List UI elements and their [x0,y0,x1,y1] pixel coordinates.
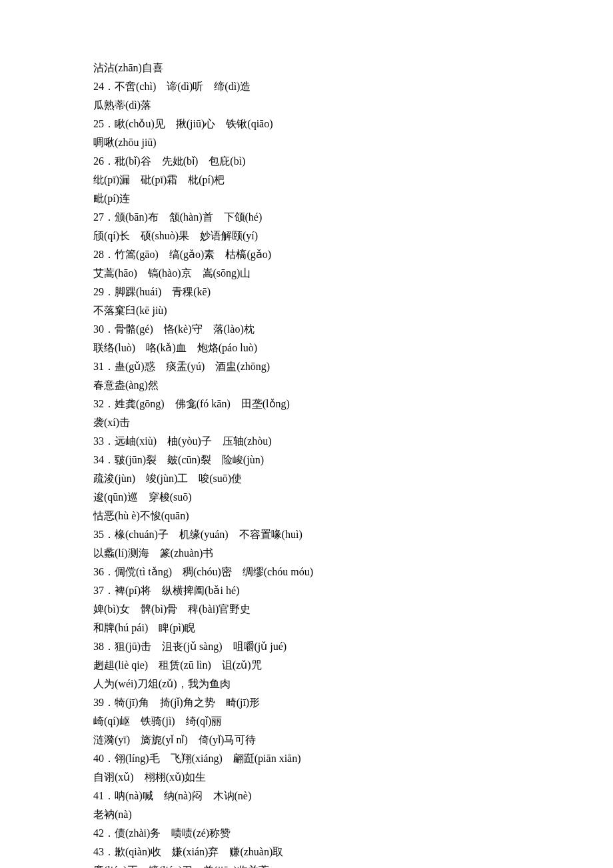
entry: 38．狙(jū)击 沮丧(jǔ sàng) 咀嚼(jǔ jué)趔趄(liè q… [93,637,520,693]
entry-line: 联络(luò) 咯(kǎ)血 炮烙(páo luò) [93,339,520,357]
entry-line: 36．倜傥(tì tǎng) 稠(chóu)密 绸缪(chóu móu) [93,563,520,581]
entry-text: 纰(pī)漏 砒(pī)霜 枇(pí)杷 [93,174,225,185]
entry-text: 呐(nà)喊 纳(nà)闷 木讷(nè) [115,790,251,801]
entry: 40．翎(líng)毛 飞翔(xiáng) 翩跹(piān xiān)自诩(xǔ… [93,749,520,787]
entry-text: 蛊(gǔ)惑 痰盂(yú) 酒盅(zhōng) [115,361,270,372]
entry-line: 和牌(hú pái) 睥(pì)睨 [93,619,520,637]
entry-line: 自诩(xǔ) 栩栩(xǔ)如生 [93,768,520,787]
entry-line: 瓜熟蒂(dì)落 [93,96,520,115]
entry-text: 毗(pí)连 [93,193,130,204]
entry-line: 29．脚踝(huái) 青稞(kē) [93,283,520,301]
entry-text: 不啻(chì) 谛(dì)听 缔(dì)造 [115,81,251,92]
entry-line: 疏浚(jùn) 竣(jùn)工 唆(suō)使 [93,469,520,488]
entry-line: 怙恶(hù è)不悛(quān) [93,507,520,525]
entry-line: 逡(qūn)巡 穿梭(suō) [93,488,520,507]
entry-text: 自诩(xǔ) 栩栩(xǔ)如生 [93,771,206,783]
document-content: 沾沾(zhān)自喜24．不啻(chì) 谛(dì)听 缔(dì)造瓜熟蒂(dì… [93,59,520,868]
entry-text: 脚踝(huái) 青稞(kē) [115,286,211,297]
entry: 26．秕(bǐ)谷 先妣(bǐ) 包庇(bì)纰(pī)漏 砒(pī)霜 枇(p… [93,152,520,208]
entry-line: 28．竹篙(gāo) 缟(gǎo)素 枯槁(gǎo) [93,245,520,264]
entry-text: 不落窠臼(kē jiù) [93,305,167,316]
entry-text: 沾沾(zhān)自喜 [93,62,163,73]
entry-text: 债(zhài)务 啧啧(zé)称赞 [115,827,231,839]
entry-text: 以蠡(lí)测海 篆(zhuàn)书 [93,547,213,559]
entry-text: 歉(qiàn)收 嫌(xián)弃 赚(zhuàn)取 [115,846,283,857]
entry-number: 42． [93,827,115,839]
entry-text: 涟漪(yī) 旖旎(yǐ nǐ) 倚(yǐ)马可待 [93,734,256,745]
entry-text: 婢(bì)女 髀(bì)骨 稗(bài)官野史 [93,603,251,615]
entry-text: 姓龚(gōng) 佛龛(fó kān) 田垄(lǒng) [115,398,290,409]
entry-text: 春意盎(àng)然 [93,379,159,391]
entry-text: 翎(líng)毛 飞翔(xiáng) 翩跹(piān xiān) [115,753,301,764]
entry-line: 崎(qí)岖 铁骑(jì) 绮(qǐ)丽 [93,712,520,731]
document-page: 沾沾(zhān)自喜24．不啻(chì) 谛(dì)听 缔(dì)造瓜熟蒂(dì… [0,0,613,868]
entry-line: 毗(pí)连 [93,189,520,208]
entry-line: 37．裨(pí)将 纵横捭阖(bǎi hé) [93,581,520,600]
entry-text: 骨骼(gé) 恪(kè)守 落(lào)枕 [115,323,255,335]
entry-text: 竹篙(gāo) 缟(gǎo)素 枯槁(gǎo) [115,249,271,260]
entry-line: 41．呐(nà)喊 纳(nà)闷 木讷(nè) [93,787,520,805]
entry-line: 啁啾(zhōu jiū) [93,133,520,152]
entry-text: 逡(qūn)巡 穿梭(suō) [93,491,192,503]
entry-line: 35．椽(chuán)子 机缘(yuán) 不容置喙(huì) [93,525,520,544]
entry-text: 联络(luò) 咯(kǎ)血 炮烙(páo luò) [93,342,257,353]
entry-number: 35． [93,529,115,540]
entry-line: 艾蒿(hāo) 镐(hào)京 嵩(sōng)山 [93,264,520,283]
entry-line: 39．犄(jī)角 掎(jǐ)角之势 畸(jī)形 [93,693,520,712]
entry-text: 趔趄(liè qie) 租赁(zū lìn) 诅(zǔ)咒 [93,659,262,671]
entry-number: 34． [93,454,115,465]
entry-text: 颀(qí)长 硕(shuò)果 妙语解颐(yí) [93,230,258,241]
entry-line: 涟漪(yī) 旖旎(yǐ nǐ) 倚(yǐ)马可待 [93,731,520,749]
entry-number: 36． [93,566,115,577]
entry-text: 崎(qí)岖 铁骑(jì) 绮(qǐ)丽 [93,715,222,727]
entry-line: 27．颁(bān)布 颔(hàn)首 下颌(hé) [93,208,520,227]
entry-line: 26．秕(bǐ)谷 先妣(bǐ) 包庇(bì) [93,152,520,171]
entry-text: 怙恶(hù è)不悛(quān) [93,510,189,521]
entry: 27．颁(bān)布 颔(hàn)首 下颌(hé)颀(qí)长 硕(shuò)果… [93,208,520,245]
entry: 29．脚踝(huái) 青稞(kē)不落窠臼(kē jiù) [93,283,520,320]
entry-line: 沾沾(zhān)自喜 [93,59,520,77]
entry: 37．裨(pí)将 纵横捭阖(bǎi hé)婢(bì)女 髀(bì)骨 稗(bà… [93,581,520,637]
entry-line: 人为(wéi)刀俎(zǔ)，我为鱼肉 [93,675,520,693]
entry-number: 28． [93,249,115,260]
entry-number: 41． [93,790,115,801]
entry-text: 裨(pí)将 纵横捭阖(bǎi hé) [115,585,239,596]
entry-text: 犄(jī)角 掎(jǐ)角之势 畸(jī)形 [115,697,260,708]
entry-line: 不落窠臼(kē jiù) [93,301,520,320]
entry-line: 纰(pī)漏 砒(pī)霜 枇(pí)杷 [93,171,520,189]
entry-text: 皲(jūn)裂 皴(cūn)裂 险峻(jùn) [115,454,264,465]
entry-text: 瞅(chǒu)见 揪(jiū)心 铁锹(qiāo) [115,118,273,129]
entry-line: 30．骨骼(gé) 恪(kè)守 落(lào)枕 [93,320,520,339]
entry-text: 和牌(hú pái) 睥(pì)睨 [93,622,195,633]
entry-number: 38． [93,641,115,652]
entry-line: 廉(lián)正 镰(lián)刀 兼(jiān)收并蓄 [93,861,520,868]
entry-number: 31． [93,361,115,372]
entry-line: 42．债(zhài)务 啧啧(zé)称赞 [93,824,520,843]
entry-line: 33．远岫(xiù) 柚(yòu)子 压轴(zhòu) [93,432,520,451]
entry: 39．犄(jī)角 掎(jǐ)角之势 畸(jī)形崎(qí)岖 铁骑(jì) 绮… [93,693,520,749]
entry: 28．竹篙(gāo) 缟(gǎo)素 枯槁(gǎo)艾蒿(hāo) 镐(hào)… [93,245,520,283]
entry-text: 颁(bān)布 颔(hàn)首 下颌(hé) [115,211,262,223]
entry: 31．蛊(gǔ)惑 痰盂(yú) 酒盅(zhōng)春意盎(àng)然 [93,357,520,395]
entry-line: 老衲(nà) [93,805,520,824]
entry: 30．骨骼(gé) 恪(kè)守 落(lào)枕联络(luò) 咯(kǎ)血 炮… [93,320,520,357]
entry-text: 艾蒿(hāo) 镐(hào)京 嵩(sōng)山 [93,267,251,279]
entry-text: 人为(wéi)刀俎(zǔ)，我为鱼肉 [93,678,231,689]
entry-number: 25． [93,118,115,129]
entry-text: 啁啾(zhōu jiū) [93,137,157,148]
entry: 24．不啻(chì) 谛(dì)听 缔(dì)造瓜熟蒂(dì)落 [93,77,520,115]
entry: 沾沾(zhān)自喜 [93,59,520,77]
entry: 33．远岫(xiù) 柚(yòu)子 压轴(zhòu) [93,432,520,451]
entry-number: 29． [93,286,115,297]
entry-number: 43． [93,846,115,857]
entry-line: 颀(qí)长 硕(shuò)果 妙语解颐(yí) [93,227,520,245]
entry: 32．姓龚(gōng) 佛龛(fó kān) 田垄(lǒng)袭(xí)击 [93,395,520,432]
entry-line: 春意盎(àng)然 [93,376,520,395]
entry-line: 24．不啻(chì) 谛(dì)听 缔(dì)造 [93,77,520,96]
entry-number: 33． [93,435,115,447]
entry: 25．瞅(chǒu)见 揪(jiū)心 铁锹(qiāo)啁啾(zhōu jiū) [93,115,520,152]
entry: 35．椽(chuán)子 机缘(yuán) 不容置喙(huì)以蠡(lí)测海 … [93,525,520,563]
entry-text: 老衲(nà) [93,809,132,820]
entry-line: 38．狙(jū)击 沮丧(jǔ sàng) 咀嚼(jǔ jué) [93,637,520,656]
entry-text: 疏浚(jùn) 竣(jùn)工 唆(suō)使 [93,473,242,484]
